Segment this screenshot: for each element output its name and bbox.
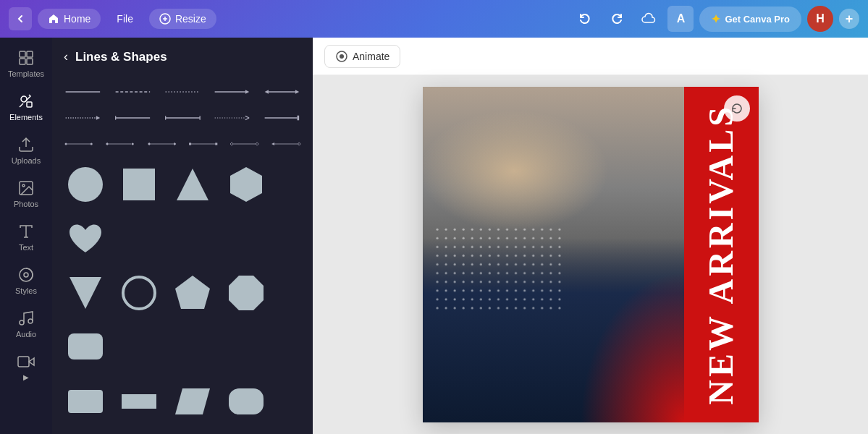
svg-rect-67 (229, 388, 264, 414)
shape-square[interactable] (114, 160, 164, 209)
sidebar-item-uploads[interactable]: Uploads (0, 130, 52, 171)
svg-point-60 (123, 277, 155, 309)
svg-point-37 (65, 142, 67, 145)
line-dotted-arrow[interactable] (61, 109, 105, 127)
svg-rect-2 (27, 51, 33, 57)
sidebar-item-video[interactable]: ▶ (0, 347, 52, 387)
icon-sidebar: Templates Elements Uploads Photos Text S… (0, 38, 52, 434)
refresh-button[interactable] (724, 95, 750, 122)
add-collaborator-button[interactable]: + (839, 9, 859, 29)
svg-point-11 (24, 273, 28, 277)
svg-point-55 (68, 167, 103, 202)
design-canvas[interactable]: NEW ARRIVALS (423, 87, 759, 422)
shape-hexagon[interactable] (222, 160, 271, 209)
shape-rounded-rect[interactable] (61, 322, 110, 371)
line-dotted[interactable] (161, 83, 205, 101)
line-arrow-right[interactable] (210, 83, 254, 101)
svg-marker-59 (69, 277, 101, 309)
panel-header: ‹ Lines & Shapes (52, 38, 313, 73)
sidebar-item-elements[interactable]: Elements (0, 87, 52, 127)
svg-point-54 (298, 142, 300, 145)
svg-rect-3 (20, 59, 25, 64)
svg-point-42 (132, 142, 134, 145)
shape-rect-short[interactable] (114, 377, 164, 426)
line-dashed[interactable] (111, 83, 155, 101)
svg-rect-6 (27, 102, 32, 107)
svg-line-32 (245, 116, 249, 118)
shape-triangle[interactable] (168, 160, 217, 209)
photo-section (423, 87, 685, 422)
line-diamond-endpoints[interactable] (102, 135, 138, 153)
shape-pentagon[interactable] (168, 268, 217, 318)
accessibility-button[interactable]: A (667, 6, 694, 32)
svg-rect-64 (68, 390, 103, 413)
main-layout: Templates Elements Uploads Photos Text S… (0, 38, 868, 434)
svg-marker-20 (245, 90, 249, 93)
line-diamond3-endpoints[interactable] (227, 135, 262, 153)
svg-rect-15 (18, 357, 29, 367)
svg-point-9 (22, 184, 25, 187)
sidebar-item-templates[interactable]: Templates (0, 43, 52, 84)
home-button[interactable]: Home (38, 9, 101, 29)
panel-title: Lines & Shapes (75, 50, 167, 64)
svg-rect-46 (189, 142, 191, 145)
sidebar-item-text[interactable]: Text (0, 217, 52, 258)
svg-marker-23 (295, 90, 299, 93)
line-measure-left[interactable] (111, 109, 155, 127)
line-arrow-dot[interactable] (269, 135, 304, 153)
line-measure-both[interactable] (161, 109, 205, 127)
shape-triangle-down[interactable] (61, 268, 110, 318)
user-avatar[interactable]: H (807, 6, 833, 32)
svg-marker-45 (173, 142, 176, 145)
shape-circle[interactable] (61, 160, 110, 209)
svg-marker-57 (177, 169, 208, 200)
panel-back-button[interactable]: ‹ (64, 49, 68, 64)
line-dot-endpoints[interactable] (61, 135, 96, 153)
canva-pro-icon: ✦ (711, 12, 720, 26)
svg-rect-4 (27, 59, 33, 64)
shape-heart[interactable] (61, 213, 110, 263)
svg-point-12 (20, 320, 24, 325)
sidebar-item-photos[interactable]: Photos (0, 174, 52, 214)
shape-circle-outline[interactable] (114, 268, 164, 318)
svg-rect-65 (122, 394, 156, 409)
back-button[interactable] (9, 7, 32, 30)
svg-marker-25 (96, 116, 100, 119)
svg-rect-1 (20, 51, 25, 57)
line-solid[interactable] (61, 83, 105, 101)
svg-marker-22 (265, 90, 269, 93)
canvas-background: NEW ARRIVALS (423, 87, 759, 422)
svg-rect-56 (123, 169, 155, 200)
svg-marker-49 (230, 142, 233, 145)
svg-marker-61 (175, 276, 210, 309)
animate-button[interactable]: Animate (324, 45, 400, 68)
svg-point-75 (340, 54, 344, 59)
shape-octagon[interactable] (222, 268, 271, 318)
cloud-save-button[interactable] (636, 6, 662, 32)
resize-button[interactable]: Resize (149, 9, 216, 29)
line-square-endpoints[interactable] (185, 135, 221, 153)
line-dotted-right[interactable] (210, 109, 254, 127)
redo-button[interactable] (604, 6, 630, 32)
svg-rect-48 (215, 142, 217, 145)
sidebar-item-styles[interactable]: Styles (0, 260, 52, 301)
file-button[interactable]: File (106, 9, 143, 29)
svg-point-13 (28, 319, 33, 323)
shapes-row-2 (61, 265, 304, 374)
shape-rounded-rect4[interactable] (61, 430, 110, 434)
svg-rect-63 (68, 333, 103, 359)
canva-pro-button[interactable]: ✦ Get Canva Pro (699, 7, 801, 32)
sidebar-item-audio[interactable]: Audio (0, 304, 52, 344)
svg-marker-43 (148, 142, 151, 145)
undo-button[interactable] (572, 6, 598, 32)
svg-marker-52 (271, 142, 274, 145)
line-arrow-both[interactable] (260, 83, 304, 101)
line-bar-end[interactable] (260, 109, 304, 127)
shape-rounded-rect2[interactable] (61, 377, 110, 426)
shape-parallelogram[interactable] (168, 377, 217, 426)
line-diamond2-endpoints[interactable] (144, 135, 180, 153)
canvas-area[interactable]: NEW ARRIVALS (313, 75, 868, 434)
svg-rect-36 (298, 116, 300, 121)
red-sidebar: NEW ARRIVALS (684, 87, 758, 422)
shape-rounded-rect3[interactable] (222, 377, 271, 426)
